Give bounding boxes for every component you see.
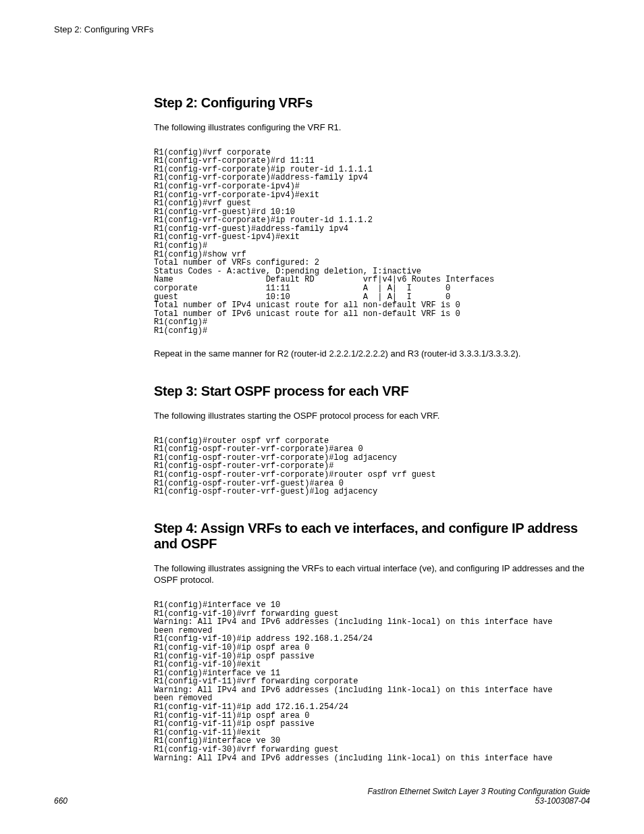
section-step4: Step 4: Assign VRFs to each ve interface… <box>154 521 590 762</box>
footer-title: FastIron Ethernet Switch Layer 3 Routing… <box>367 787 590 796</box>
intro-step2: The following illustrates configuring th… <box>154 122 590 134</box>
code-step2: R1(config)#vrf corporate R1(config-vrf-c… <box>154 149 590 336</box>
page-header: Step 2: Configuring VRFs <box>54 24 590 34</box>
intro-step4: The following illustrates assigning the … <box>154 563 590 586</box>
page-footer: 660 FastIron Ethernet Switch Layer 3 Rou… <box>54 787 590 806</box>
page-number: 660 <box>54 796 68 806</box>
code-step4: R1(config)#interface ve 10 R1(config-vif… <box>154 601 590 762</box>
after-step2: Repeat in the same manner for R2 (router… <box>154 348 590 360</box>
section-step2: Step 2: Configuring VRFs The following i… <box>154 95 590 359</box>
footer-right: FastIron Ethernet Switch Layer 3 Routing… <box>367 787 590 806</box>
heading-step2: Step 2: Configuring VRFs <box>154 95 590 111</box>
section-step3: Step 3: Start OSPF process for each VRF … <box>154 384 590 496</box>
code-step3: R1(config)#router ospf vrf corporate R1(… <box>154 437 590 496</box>
heading-step3: Step 3: Start OSPF process for each VRF <box>154 384 590 399</box>
page-content: Step 2: Configuring VRFs The following i… <box>154 95 590 762</box>
intro-step3: The following illustrates starting the O… <box>154 410 590 422</box>
footer-docnum: 53-1003087-04 <box>367 796 590 806</box>
page: Step 2: Configuring VRFs Step 2: Configu… <box>0 0 644 834</box>
heading-step4: Step 4: Assign VRFs to each ve interface… <box>154 521 590 552</box>
